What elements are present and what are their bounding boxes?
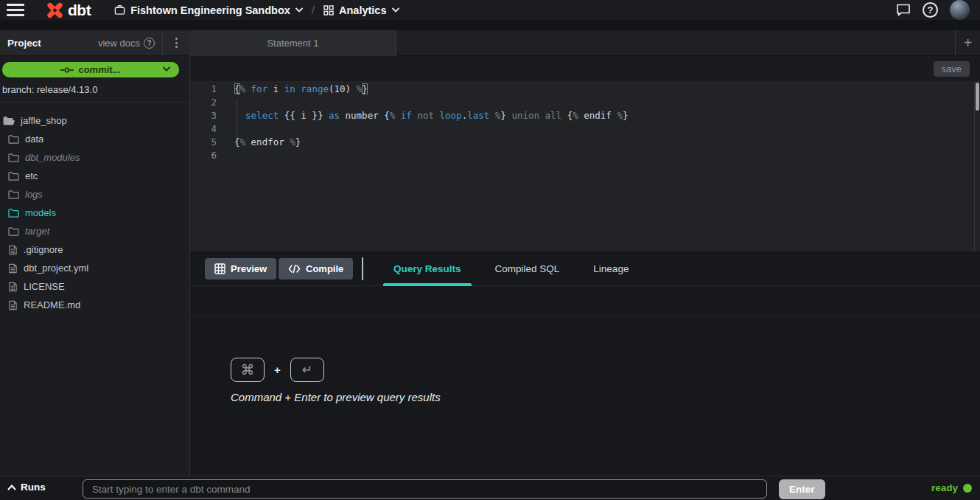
results-tab-lineage[interactable]: Lineage bbox=[583, 251, 639, 286]
sidebar-kebab-menu[interactable] bbox=[162, 30, 189, 56]
line-number-gutter: 123456 bbox=[190, 83, 217, 162]
environment-selector[interactable]: Analytics bbox=[323, 4, 399, 16]
code-line bbox=[234, 96, 971, 109]
results-subheader bbox=[190, 286, 980, 316]
sidebar-header: Project view docs ? bbox=[0, 30, 189, 56]
hint-text: Command + Enter to preview query results bbox=[231, 391, 441, 403]
line-number: 3 bbox=[190, 109, 217, 122]
enter-key-icon: ↵ bbox=[290, 358, 324, 382]
chat-bubble-icon bbox=[896, 3, 911, 17]
git-commit-icon bbox=[60, 66, 74, 74]
plus-icon: + bbox=[964, 35, 973, 52]
header-gap-band bbox=[0, 20, 980, 30]
file-name: data bbox=[25, 133, 43, 145]
environment-selector-label: Analytics bbox=[339, 4, 386, 16]
line-number: 2 bbox=[190, 96, 217, 109]
file-name: LICENSE bbox=[24, 281, 65, 292]
file-explorer-sidebar: Project view docs ? commit... branch: re… bbox=[0, 30, 190, 476]
runs-label: Runs bbox=[21, 482, 46, 493]
folder-icon bbox=[8, 190, 19, 199]
table-icon bbox=[214, 263, 225, 274]
help-button[interactable]: ? bbox=[923, 2, 938, 18]
help-circle-icon: ? bbox=[144, 38, 155, 49]
file-name: dbt_project.yml bbox=[24, 263, 88, 274]
file-name: .gitignore bbox=[24, 244, 63, 255]
file-tree-item-README.md[interactable]: README.md bbox=[0, 296, 189, 314]
file-icon bbox=[8, 245, 18, 255]
file-tree-item-target[interactable]: target bbox=[0, 222, 189, 240]
code-line: select {{ i }} as number {% if not loop.… bbox=[234, 109, 971, 122]
runs-toggle[interactable]: Runs bbox=[7, 482, 46, 493]
dbt-command-input[interactable] bbox=[83, 479, 767, 499]
file-name: target bbox=[25, 226, 49, 237]
chevron-up-icon bbox=[7, 485, 16, 490]
compile-button[interactable]: Compile bbox=[279, 258, 353, 279]
tab-statement-1[interactable]: Statement 1 bbox=[190, 30, 396, 56]
status-dot-icon bbox=[963, 484, 972, 493]
project-selector[interactable]: Fishtown Engineering Sandbox bbox=[114, 4, 303, 16]
status-text: ready bbox=[931, 482, 958, 493]
enter-button[interactable]: Enter bbox=[779, 479, 825, 499]
preview-button[interactable]: Preview bbox=[205, 258, 276, 279]
dbt-cloud-ide: dbt Fishtown Engineering Sandbox / Analy… bbox=[0, 0, 980, 500]
code-line bbox=[234, 149, 971, 162]
chevron-down-icon bbox=[163, 66, 170, 72]
results-tab-compiled-sql[interactable]: Compiled SQL bbox=[485, 251, 570, 286]
top-navigation-bar: dbt Fishtown Engineering Sandbox / Analy… bbox=[0, 0, 980, 20]
chevron-down-icon bbox=[392, 7, 399, 13]
editor-pane: Statement 1 + save 123456 {% for i in ra… bbox=[190, 30, 980, 476]
code-editor[interactable]: 123456 {% for i in range(10) %} select {… bbox=[190, 81, 980, 251]
scrollbar-thumb[interactable] bbox=[976, 83, 979, 111]
save-button[interactable]: save bbox=[934, 61, 970, 77]
code-content[interactable]: {% for i in range(10) %} select {{ i }} … bbox=[234, 83, 971, 162]
file-name: dbt_modules bbox=[25, 152, 80, 163]
folder-open-icon bbox=[3, 116, 15, 125]
git-section: commit... branch: release/4.13.0 bbox=[0, 56, 189, 103]
file-name: README.md bbox=[24, 299, 80, 310]
line-number: 5 bbox=[190, 136, 217, 149]
file-tree-item-.gitignore[interactable]: .gitignore bbox=[0, 240, 189, 259]
view-docs-label: view docs bbox=[98, 38, 140, 49]
code-line: {% for i in range(10) %} bbox=[234, 83, 971, 96]
commit-button-label: commit... bbox=[78, 64, 120, 75]
file-tree-item-dbt_project.yml[interactable]: dbt_project.yml bbox=[0, 259, 189, 277]
tab-label: Statement 1 bbox=[267, 38, 318, 49]
results-tab-query-results[interactable]: Query Results bbox=[383, 251, 472, 286]
status-indicator: ready bbox=[931, 482, 972, 493]
file-tree-item-data[interactable]: data bbox=[0, 130, 189, 148]
line-number: 1 bbox=[190, 83, 217, 96]
briefcase-icon bbox=[114, 4, 125, 15]
editor-tab-bar: Statement 1 + bbox=[190, 30, 980, 56]
file-name: jaffle_shop bbox=[21, 115, 67, 126]
file-name: etc bbox=[25, 170, 38, 181]
hamburger-menu-icon[interactable] bbox=[7, 4, 24, 16]
dbt-logo: dbt bbox=[45, 1, 91, 19]
compile-button-label: Compile bbox=[306, 263, 343, 274]
view-docs-link[interactable]: view docs ? bbox=[98, 38, 162, 49]
chevron-down-icon bbox=[295, 7, 303, 13]
file-tree: jaffle_shopdatadbt_modulesetclogsmodelst… bbox=[0, 103, 189, 314]
file-tree-item-logs[interactable]: logs bbox=[0, 185, 189, 204]
command-key-icon: ⌘ bbox=[231, 358, 265, 382]
file-tree-item-dbt_modules[interactable]: dbt_modules bbox=[0, 148, 189, 167]
keyboard-shortcut-hint: ⌘ + ↵ bbox=[231, 358, 324, 382]
editor-scrollbar[interactable] bbox=[974, 81, 980, 251]
file-tree-item-jaffle_shop[interactable]: jaffle_shop bbox=[0, 111, 189, 130]
folder-icon bbox=[8, 134, 19, 144]
file-tree-item-models[interactable]: models bbox=[0, 204, 189, 222]
commit-button[interactable]: commit... bbox=[2, 62, 179, 77]
editor-toolbar: save bbox=[190, 56, 980, 81]
file-tree-item-etc[interactable]: etc bbox=[0, 167, 189, 185]
folder-icon bbox=[8, 171, 19, 181]
file-icon bbox=[8, 263, 18, 274]
plus-separator: + bbox=[274, 364, 281, 376]
folder-icon bbox=[8, 153, 19, 162]
dbt-logo-icon bbox=[45, 1, 65, 19]
file-tree-item-LICENSE[interactable]: LICENSE bbox=[0, 277, 189, 296]
user-avatar[interactable] bbox=[950, 0, 970, 20]
toolbar-divider bbox=[362, 257, 363, 280]
grid-icon bbox=[323, 5, 334, 15]
chat-button[interactable] bbox=[896, 3, 911, 17]
new-tab-button[interactable]: + bbox=[955, 30, 980, 56]
command-bar: Runs Enter ready bbox=[0, 476, 980, 500]
